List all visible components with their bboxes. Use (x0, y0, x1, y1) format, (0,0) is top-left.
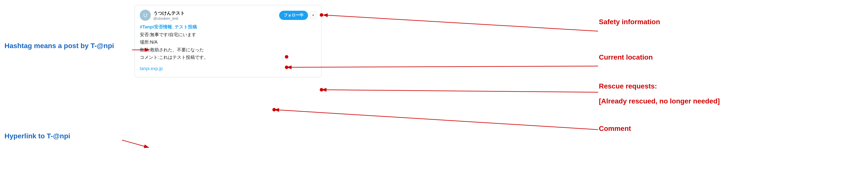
hyperlink-annotation-label: Hyperlink to T-@npi (4, 132, 70, 140)
follow-button[interactable]: フォロー中 (279, 11, 308, 20)
tweet-line3: 救助:救助された、不要になった (140, 46, 316, 54)
svg-line-7 (287, 66, 598, 67)
tweet-header: U うつけんテスト @utsuken_test フォロー中 ▾ (140, 10, 316, 21)
tweet-hashtag[interactable]: #Tanpi安否情報_テスト投稿 (140, 24, 197, 29)
tweet-body: #Tanpi安否情報_テスト投稿 安否:無事です/自宅にいます 場所:N/A 救… (140, 23, 316, 73)
svg-text:U: U (143, 12, 147, 19)
tweet-user-info: U うつけんテスト @utsuken_test (140, 10, 185, 21)
comment-annotation-label: Comment (599, 125, 631, 133)
tweet-line2: 場所:N/A (140, 38, 316, 46)
tweet-line1: 安否:無事です/自宅にいます (140, 31, 316, 39)
current-location-annotation-label: Current location (599, 53, 653, 61)
tweet-link[interactable]: tanpi.exp.jp (140, 66, 163, 71)
svg-line-5 (122, 140, 149, 148)
tweet-handle: @utsuken_test (153, 16, 185, 21)
chevron-down-icon[interactable]: ▾ (310, 11, 316, 19)
svg-line-9 (321, 90, 598, 92)
diagram-container: U うつけんテスト @utsuken_test フォロー中 ▾ #Tanpi安否… (0, 0, 868, 173)
svg-point-10 (320, 88, 323, 91)
safety-info-annotation-label: Safety information (599, 18, 660, 26)
tweet-card: U うつけんテスト @utsuken_test フォロー中 ▾ #Tanpi安否… (134, 5, 321, 77)
tweet-username: うつけんテスト @utsuken_test (153, 10, 185, 21)
arrows-overlay (0, 0, 868, 173)
hashtag-annotation-label: Hashtag means a post by T-@npi (4, 42, 114, 50)
svg-line-6 (323, 15, 598, 31)
tweet-display-name: うつけんテスト (153, 10, 185, 16)
tweet-line4: コメント:これはテスト投稿です。 (140, 54, 316, 61)
svg-line-11 (274, 110, 598, 129)
svg-point-12 (272, 108, 276, 111)
rescue-requests-detail-label: [Already rescued, no longer needed] (599, 97, 720, 105)
rescue-requests-annotation-label: Rescue requests: (599, 82, 657, 90)
avatar: U (140, 10, 151, 21)
